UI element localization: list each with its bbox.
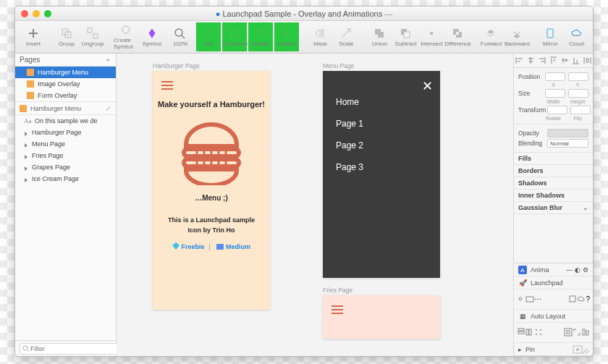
- padding-tool[interactable]: [564, 328, 573, 338]
- backward-button[interactable]: Backward: [504, 22, 529, 51]
- auto-layout-tools: [514, 323, 593, 343]
- artboard-fries[interactable]: [323, 295, 440, 339]
- align-bottom[interactable]: [570, 54, 582, 67]
- container-tool[interactable]: [525, 295, 534, 305]
- page-item[interactable]: Image Overlay: [15, 78, 116, 90]
- chevron-right-icon: [24, 142, 28, 146]
- layer-row[interactable]: Ice Cream Page: [15, 173, 116, 185]
- page-icon: [27, 92, 34, 99]
- artboard-label[interactable]: Menu Page: [323, 62, 354, 69]
- align-vcenter[interactable]: [559, 54, 570, 67]
- mirror-button[interactable]: Mirror: [538, 22, 562, 51]
- auto-layout-row[interactable]: ▦ Auto Layout: [514, 310, 593, 323]
- union-button[interactable]: Union: [367, 22, 392, 51]
- difference-button[interactable]: Difference: [445, 22, 470, 51]
- pages-header: Pages ＋: [15, 54, 116, 67]
- minimize-window[interactable]: [33, 10, 40, 17]
- blur-section[interactable]: Gaussian Blur⌄: [514, 202, 593, 214]
- svg-rect-3: [93, 34, 98, 38]
- create-symbol-button[interactable]: Create Symbol: [114, 22, 138, 51]
- zoom-control[interactable]: 102%: [173, 27, 187, 47]
- menu-nav: Home Page 1 Page 2 Page 3: [336, 97, 363, 184]
- stack-h[interactable]: [525, 328, 534, 338]
- link-tool[interactable]: [517, 295, 525, 305]
- insert-button[interactable]: Insert: [21, 22, 46, 51]
- forward-button[interactable]: Forward: [478, 22, 503, 51]
- expand-tool[interactable]: [573, 328, 581, 338]
- artboard-label[interactable]: Hamburger Page: [153, 62, 200, 69]
- maximize-window[interactable]: [44, 10, 51, 17]
- anima-header[interactable]: A Anima —◐⚙: [514, 263, 593, 276]
- page-label: Hamburger Menu: [38, 69, 88, 76]
- mask-button[interactable]: Mask: [308, 22, 332, 51]
- page-icon: [27, 69, 34, 76]
- help-tool[interactable]: ?: [586, 295, 590, 303]
- artboard-label[interactable]: Fries Page: [323, 287, 352, 294]
- align-tool[interactable]: [581, 328, 590, 338]
- align-hcenter[interactable]: [525, 54, 537, 67]
- minimize-icon[interactable]: —: [566, 266, 573, 274]
- pos-y-input[interactable]: [568, 72, 588, 81]
- align-top[interactable]: [548, 54, 560, 67]
- borders-section[interactable]: Borders: [514, 165, 593, 177]
- svg-rect-37: [518, 331, 524, 334]
- scale-button[interactable]: Scale: [334, 22, 358, 51]
- close-window[interactable]: [21, 10, 28, 17]
- fills-section[interactable]: Fills: [514, 153, 593, 165]
- document-title: ● Launchpad Sample - Overlay and Animati…: [15, 9, 593, 18]
- canvas[interactable]: Hamburger Page Make yourself a Hamburger…: [117, 54, 513, 356]
- layer-row[interactable]: AaOn this sample we de: [15, 115, 116, 127]
- ungroup-button[interactable]: Ungroup: [80, 22, 105, 51]
- svg-rect-15: [27, 80, 34, 88]
- stack-v[interactable]: [517, 328, 525, 338]
- align-left[interactable]: [514, 54, 525, 67]
- burger-icon: [175, 120, 248, 185]
- add-page-button[interactable]: ＋: [104, 55, 111, 65]
- layer-row[interactable]: Menu Page: [15, 138, 116, 150]
- artboard-hamburger[interactable]: Make yourself a Hamburger! …Menu ;) This…: [153, 71, 270, 310]
- inner-shadows-section[interactable]: Inner Shadows: [514, 190, 593, 202]
- svg-point-4: [122, 26, 130, 33]
- pin-row[interactable]: ▸ Pin: [514, 343, 593, 356]
- layer-row[interactable]: Grapes Page: [15, 161, 116, 173]
- rotate-button[interactable]: Rotate: [248, 22, 273, 51]
- page-label: Image Overlay: [38, 80, 80, 88]
- grid-tool[interactable]: [534, 328, 543, 338]
- layer-row[interactable]: Hamburger Page: [15, 127, 116, 138]
- artboard-menu[interactable]: ✕ Home Page 1 Page 2 Page 3: [323, 71, 440, 278]
- pos-x-input[interactable]: [545, 72, 565, 81]
- height-input[interactable]: [568, 89, 588, 98]
- opacity-slider[interactable]: [547, 129, 588, 137]
- shadows-section[interactable]: Shadows: [514, 177, 593, 190]
- svg-rect-12: [547, 29, 553, 38]
- cloud-tool[interactable]: [577, 295, 586, 305]
- gear-icon[interactable]: ⚙: [583, 266, 588, 274]
- more-tool[interactable]: ⋯: [534, 295, 541, 303]
- collapse-icon[interactable]: ⤢: [106, 105, 111, 112]
- layers-header[interactable]: Hamburger Menu ⤢: [15, 102, 116, 115]
- svg-rect-47: [586, 331, 588, 335]
- layer-row[interactable]: Fries Page: [15, 150, 116, 161]
- subtract-button[interactable]: Subtract: [393, 22, 418, 51]
- page-item[interactable]: Hamburger Menu: [15, 67, 116, 78]
- toggle-icon[interactable]: ◐: [575, 266, 580, 274]
- flip-input[interactable]: [570, 106, 591, 114]
- distribute-h[interactable]: [581, 54, 593, 67]
- group-button[interactable]: Group: [54, 22, 79, 51]
- edit-button[interactable]: Edit: [196, 22, 221, 51]
- align-right[interactable]: [536, 54, 548, 67]
- launchpad-row[interactable]: 🚀 Launchpad: [514, 276, 593, 289]
- settings-tool[interactable]: [568, 295, 577, 305]
- width-input[interactable]: [545, 89, 565, 98]
- rotate-input[interactable]: [547, 106, 567, 114]
- symbol-button[interactable]: Symbol: [140, 22, 164, 51]
- svg-rect-6: [231, 30, 238, 37]
- filter-input[interactable]: [20, 343, 122, 355]
- transform-button[interactable]: Transform: [222, 22, 247, 51]
- blending-select[interactable]: Normal: [547, 139, 588, 148]
- page-item[interactable]: Form Overlay: [15, 90, 116, 101]
- cloud-button[interactable]: Cloud: [564, 22, 588, 51]
- resize-handle[interactable]: [583, 346, 590, 353]
- intersect-button[interactable]: Intersect: [419, 22, 444, 51]
- flatten-button[interactable]: Flatten: [274, 22, 299, 51]
